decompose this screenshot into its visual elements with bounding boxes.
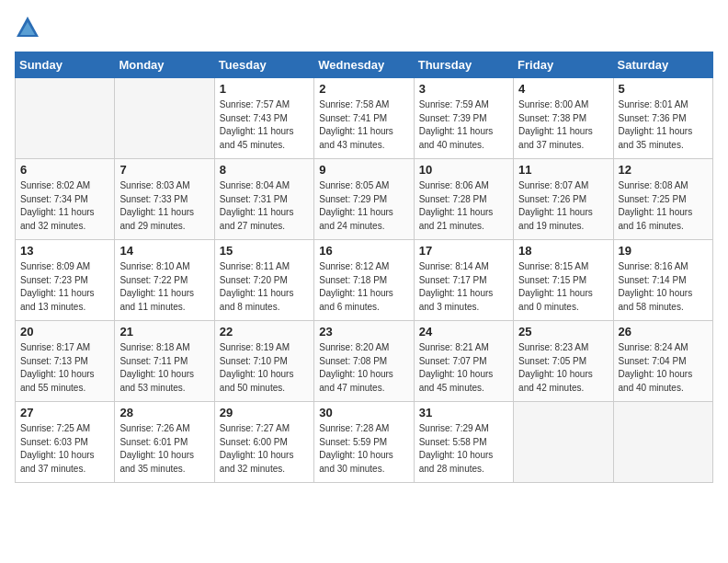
day-info: Sunrise: 8:16 AMSunset: 7:14 PMDaylight:… — [619, 260, 708, 314]
daylight: Daylight: 11 hours and 21 minutes. — [419, 207, 494, 231]
day-number: 20 — [20, 325, 109, 339]
sunset: Sunset: 7:07 PM — [419, 356, 487, 366]
daylight: Daylight: 11 hours and 29 minutes. — [119, 207, 194, 231]
day-number: 26 — [619, 325, 708, 339]
day-header-wednesday: Wednesday — [314, 52, 414, 78]
sunrise: Sunrise: 7:57 AM — [220, 99, 290, 109]
day-info: Sunrise: 8:02 AMSunset: 7:34 PMDaylight:… — [20, 179, 109, 233]
sunrise: Sunrise: 8:05 AM — [319, 180, 389, 190]
week-row-4: 20Sunrise: 8:17 AMSunset: 7:13 PMDayligh… — [16, 321, 713, 402]
sunset: Sunset: 7:29 PM — [319, 194, 387, 204]
day-info: Sunrise: 8:23 AMSunset: 7:05 PMDaylight:… — [518, 341, 608, 395]
daylight: Daylight: 10 hours and 40 minutes. — [619, 369, 693, 393]
sunrise: Sunrise: 8:14 AM — [419, 261, 489, 271]
sunset: Sunset: 7:39 PM — [419, 113, 487, 123]
daylight: Daylight: 11 hours and 35 minutes. — [619, 126, 693, 150]
sunset: Sunset: 7:08 PM — [319, 356, 387, 366]
daylight: Daylight: 10 hours and 30 minutes. — [319, 450, 393, 474]
day-info: Sunrise: 7:29 AMSunset: 5:58 PMDaylight:… — [419, 422, 508, 476]
calendar-cell: 12Sunrise: 8:08 AMSunset: 7:25 PMDayligh… — [613, 159, 712, 240]
day-number: 12 — [619, 163, 708, 177]
day-info: Sunrise: 8:24 AMSunset: 7:04 PMDaylight:… — [619, 341, 708, 395]
sunset: Sunset: 6:01 PM — [119, 437, 188, 447]
calendar-cell: 31Sunrise: 7:29 AMSunset: 5:58 PMDayligh… — [414, 402, 513, 483]
calendar-cell: 29Sunrise: 7:27 AMSunset: 6:00 PMDayligh… — [214, 402, 313, 483]
day-info: Sunrise: 7:59 AMSunset: 7:39 PMDaylight:… — [419, 98, 508, 152]
day-number: 6 — [20, 163, 109, 177]
sunset: Sunset: 7:31 PM — [220, 194, 288, 204]
calendar-cell: 10Sunrise: 8:06 AMSunset: 7:28 PMDayligh… — [414, 159, 513, 240]
sunrise: Sunrise: 8:15 AM — [518, 261, 588, 271]
calendar-cell: 23Sunrise: 8:20 AMSunset: 7:08 PMDayligh… — [314, 321, 414, 402]
sunset: Sunset: 7:05 PM — [518, 356, 586, 366]
daylight: Daylight: 11 hours and 45 minutes. — [220, 126, 294, 150]
daylight: Daylight: 11 hours and 8 minutes. — [220, 288, 294, 312]
day-info: Sunrise: 8:17 AMSunset: 7:13 PMDaylight:… — [20, 341, 109, 395]
daylight: Daylight: 10 hours and 45 minutes. — [419, 369, 494, 393]
day-info: Sunrise: 8:03 AMSunset: 7:33 PMDaylight:… — [119, 179, 209, 233]
calendar-cell — [514, 402, 613, 483]
sunrise: Sunrise: 8:23 AM — [518, 342, 588, 352]
sunset: Sunset: 7:34 PM — [20, 194, 88, 204]
calendar-cell: 28Sunrise: 7:26 AMSunset: 6:01 PMDayligh… — [115, 402, 214, 483]
sunset: Sunset: 7:41 PM — [319, 113, 387, 123]
day-number: 24 — [419, 325, 508, 339]
daylight: Daylight: 11 hours and 37 minutes. — [518, 126, 593, 150]
day-number: 18 — [518, 244, 608, 258]
calendar-cell: 16Sunrise: 8:12 AMSunset: 7:18 PMDayligh… — [314, 240, 414, 321]
day-header-tuesday: Tuesday — [214, 52, 313, 78]
sunset: Sunset: 7:04 PM — [619, 356, 687, 366]
day-number: 30 — [319, 406, 408, 419]
sunset: Sunset: 7:23 PM — [20, 275, 88, 285]
calendar-cell: 30Sunrise: 7:28 AMSunset: 5:59 PMDayligh… — [314, 402, 414, 483]
daylight: Daylight: 11 hours and 24 minutes. — [319, 207, 393, 231]
sunrise: Sunrise: 8:02 AM — [20, 180, 90, 190]
day-number: 4 — [518, 82, 608, 96]
logo — [15, 15, 42, 40]
calendar-cell: 13Sunrise: 8:09 AMSunset: 7:23 PMDayligh… — [16, 240, 115, 321]
day-info: Sunrise: 8:18 AMSunset: 7:11 PMDaylight:… — [119, 341, 209, 395]
day-info: Sunrise: 8:21 AMSunset: 7:07 PMDaylight:… — [419, 341, 508, 395]
daylight: Daylight: 11 hours and 3 minutes. — [419, 288, 494, 312]
day-number: 13 — [20, 244, 109, 258]
sunrise: Sunrise: 7:26 AM — [119, 423, 189, 433]
day-info: Sunrise: 7:25 AMSunset: 6:03 PMDaylight:… — [20, 422, 109, 476]
sunset: Sunset: 6:03 PM — [20, 437, 88, 447]
sunrise: Sunrise: 8:07 AM — [518, 180, 588, 190]
day-number: 2 — [319, 82, 408, 96]
calendar-cell: 1Sunrise: 7:57 AMSunset: 7:43 PMDaylight… — [214, 78, 313, 159]
day-info: Sunrise: 8:15 AMSunset: 7:15 PMDaylight:… — [518, 260, 608, 314]
calendar-cell: 21Sunrise: 8:18 AMSunset: 7:11 PMDayligh… — [115, 321, 214, 402]
daylight: Daylight: 10 hours and 35 minutes. — [119, 450, 194, 474]
sunrise: Sunrise: 8:10 AM — [119, 261, 189, 271]
calendar-cell: 24Sunrise: 8:21 AMSunset: 7:07 PMDayligh… — [414, 321, 513, 402]
sunset: Sunset: 7:15 PM — [518, 275, 586, 285]
daylight: Daylight: 11 hours and 19 minutes. — [518, 207, 593, 231]
day-header-sunday: Sunday — [16, 52, 115, 78]
day-number: 29 — [220, 406, 309, 419]
calendar-cell: 9Sunrise: 8:05 AMSunset: 7:29 PMDaylight… — [314, 159, 414, 240]
sunset: Sunset: 7:36 PM — [619, 113, 687, 123]
daylight: Daylight: 11 hours and 27 minutes. — [220, 207, 294, 231]
calendar-cell — [115, 78, 214, 159]
calendar-cell: 7Sunrise: 8:03 AMSunset: 7:33 PMDaylight… — [115, 159, 214, 240]
calendar-cell: 19Sunrise: 8:16 AMSunset: 7:14 PMDayligh… — [613, 240, 712, 321]
day-number: 25 — [518, 325, 608, 339]
day-number: 17 — [419, 244, 508, 258]
daylight: Daylight: 11 hours and 43 minutes. — [319, 126, 393, 150]
daylight: Daylight: 11 hours and 0 minutes. — [518, 288, 593, 312]
sunrise: Sunrise: 8:12 AM — [319, 261, 389, 271]
day-info: Sunrise: 8:00 AMSunset: 7:38 PMDaylight:… — [518, 98, 608, 152]
sunrise: Sunrise: 8:08 AM — [619, 180, 688, 190]
daylight: Daylight: 10 hours and 28 minutes. — [419, 450, 494, 474]
daylight: Daylight: 10 hours and 53 minutes. — [119, 369, 194, 393]
sunrise: Sunrise: 7:28 AM — [319, 423, 389, 433]
sunrise: Sunrise: 8:19 AM — [220, 342, 290, 352]
calendar-cell: 25Sunrise: 8:23 AMSunset: 7:05 PMDayligh… — [514, 321, 613, 402]
daylight: Daylight: 10 hours and 32 minutes. — [220, 450, 294, 474]
sunrise: Sunrise: 8:18 AM — [119, 342, 189, 352]
sunrise: Sunrise: 8:06 AM — [419, 180, 489, 190]
day-number: 15 — [220, 244, 309, 258]
day-info: Sunrise: 8:19 AMSunset: 7:10 PMDaylight:… — [220, 341, 309, 395]
day-header-saturday: Saturday — [613, 52, 712, 78]
